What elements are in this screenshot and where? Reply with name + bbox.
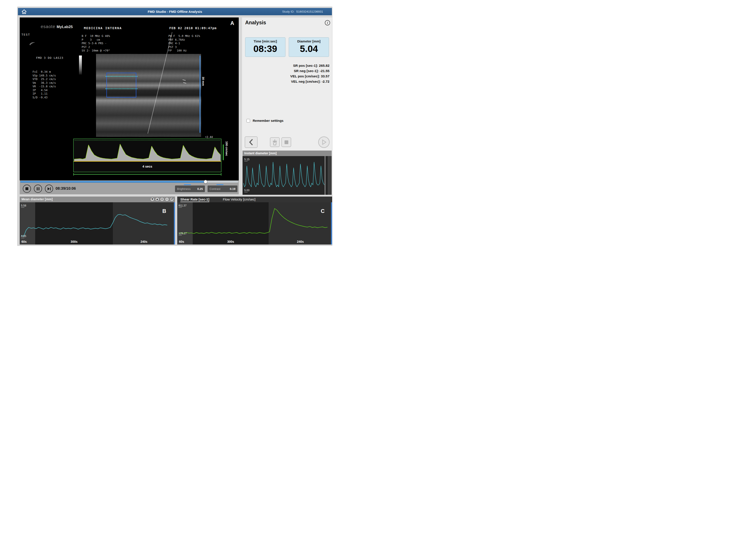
shear-rate-chart: 611.37 129.27 60s 300s 240s C	[177, 202, 332, 244]
pan-down-button[interactable]: ▼	[150, 197, 154, 202]
instant-ymax-label: 5.15	[244, 158, 249, 161]
seek-bar[interactable]	[20, 181, 238, 183]
phase-label-240s: 240s	[297, 240, 304, 243]
pw-parameters: PW F 5.0 MHz G 61% PRF 6.7kHz PRC 4-1 PS…	[169, 34, 200, 53]
play-triangle-icon	[321, 139, 327, 145]
pan-up-button[interactable]: ▲	[155, 197, 159, 202]
contrast-label: Contrast	[209, 187, 220, 190]
mean-diameter-chart: 5.58 4.85 60s 300s 240s B	[20, 202, 175, 244]
figure-marker-b: B	[162, 208, 166, 214]
diameter-readout-label: Diameter [mm]	[289, 39, 329, 43]
phase-label-240s: 240s	[140, 240, 147, 243]
tab-shear-rate[interactable]: Shear Rate [sec-1]	[180, 197, 209, 202]
zoom-in-button[interactable]: +	[160, 197, 164, 202]
playback-time: 08:39/10:06	[56, 186, 76, 191]
study-id-value: S160324151236931	[296, 10, 323, 13]
velocity-scale-bar	[223, 144, 224, 160]
doppler-baseline	[74, 161, 221, 162]
step-forward-button[interactable]	[45, 185, 53, 193]
shear-ymin-label: 129.27	[179, 232, 187, 235]
continue-analysis-button[interactable]	[318, 137, 330, 148]
shear-rate-plot	[179, 205, 328, 238]
stop-analysis-button[interactable]	[281, 137, 291, 147]
brightness-label: Brightness	[177, 187, 191, 190]
vel-neg-stat: VEL neg [cm/sec]: -2.72	[290, 79, 329, 84]
analysis-panel: Analysis i Time [min:sec] 08:39 Diameter…	[242, 17, 332, 195]
instant-ymin-label: 5.00	[244, 189, 249, 192]
mean-ymin-label: 4.85	[21, 235, 26, 238]
posterior-wall-trace	[106, 88, 137, 89]
ultrasound-image: esaoteMyLab25 MEDICINA INTERNA FEB 02 20…	[20, 17, 239, 180]
patient-label: TEST	[21, 33, 30, 36]
info-icon[interactable]: i	[325, 20, 330, 25]
vel-pos-stat: VEL pos [cm/sec]: 33.57	[290, 74, 329, 79]
phase-label-300s: 300s	[227, 240, 234, 243]
mean-diameter-title: Mean diameter [mm]	[21, 197, 53, 201]
chevron-left-icon	[249, 139, 254, 146]
remember-settings-checkbox[interactable]	[247, 119, 250, 123]
doppler-peak-value: +2.44	[205, 136, 213, 139]
probe-label: FMD 3 DO LAS23	[36, 56, 64, 60]
study-id: Study ID: S160324151236931	[282, 8, 323, 15]
home-button[interactable]	[21, 9, 27, 14]
app-window: FMD Studio - FMD Offline Analysis Study …	[17, 7, 332, 246]
zoom-out-button[interactable]: −	[165, 197, 169, 202]
analysis-heading: Analysis	[245, 20, 266, 26]
doppler-spectrum-plot	[74, 140, 221, 161]
analysis-stats: SR pos [sec-1]: 265.82 SR neg [sec-1]: -…	[290, 63, 329, 84]
shear-rate-panel: Shear Rate [sec-1] Flow Velocity [cm/sec…	[177, 196, 332, 244]
seek-progress	[20, 181, 206, 183]
discard-analysis-button[interactable]	[270, 137, 280, 147]
remember-settings-row: Remember settings	[247, 119, 283, 123]
pause-button[interactable]	[34, 185, 42, 193]
exam-datetime: FEB 02 2010 01:09:47pm	[169, 26, 217, 30]
instant-diameter-chart: 5.15 5.00	[243, 156, 332, 195]
video-panel: esaoteMyLab25 MEDICINA INTERNA FEB 02 20…	[20, 17, 239, 194]
device-model: MyLab25	[57, 25, 73, 29]
vendor-logo: esaoteMyLab25	[41, 24, 73, 29]
scroll-indicator	[174, 202, 175, 244]
remember-settings-label: Remember settings	[253, 119, 283, 123]
tab-flow-velocity[interactable]: Flow Velocity [cm/sec]	[223, 197, 256, 201]
shear-rate-header: Shear Rate [sec-1] Flow Velocity [cm/sec…	[177, 196, 332, 202]
step-play-icon	[47, 187, 51, 190]
brightness-slider[interactable]	[184, 184, 191, 185]
trash-download-icon	[272, 139, 278, 146]
doppler-time-axis	[73, 174, 221, 175]
time-readout-label: Time [min:sec]	[245, 39, 285, 43]
sr-pos-stat: SR pos [sec-1]: 265.82	[290, 63, 329, 68]
doppler-measurements: FvI 0.34 m VSp 149.5 cm/s VTD 25.2 cm/s …	[32, 70, 56, 99]
chart-cursor-line	[325, 156, 325, 195]
mean-diameter-header: Mean diameter [mm] ▼ ▲ + − ↺	[20, 196, 175, 202]
seek-handle[interactable]	[204, 180, 207, 183]
contrast-value: 0.19	[230, 187, 235, 190]
scroll-indicator	[331, 202, 332, 244]
time-readout: Time [min:sec] 08:39	[245, 37, 285, 57]
shear-ymax-label: 611.37	[179, 204, 187, 208]
brightness-value: 0.25	[197, 187, 203, 190]
contrast-slider[interactable]	[216, 184, 223, 185]
velocity-scale-label: 100 cm/sec	[225, 141, 228, 156]
instant-diameter-plot	[244, 158, 324, 192]
mean-diameter-plot	[21, 205, 167, 238]
brightness-control[interactable]: Brightness 0.25	[175, 185, 205, 192]
back-button[interactable]	[245, 137, 258, 148]
esaote-mark-icon	[29, 42, 36, 47]
clinic-name: MEDICINA INTERNA	[84, 26, 122, 30]
vendor-name: esaote	[41, 24, 55, 29]
stop-square-icon	[284, 140, 288, 144]
chart-toolbar: ▼ ▲ + − ↺	[150, 197, 174, 202]
instant-diameter-title: Instant diameter [mm]	[243, 151, 332, 156]
stop-button[interactable]	[23, 185, 31, 193]
contrast-control[interactable]: Contrast 0.19	[208, 185, 238, 192]
figure-marker-c: C	[321, 208, 325, 214]
mean-diameter-panel: Mean diameter [mm] ▼ ▲ + − ↺ 5.58 4.85 6…	[20, 196, 175, 244]
grayscale-bar	[79, 56, 82, 75]
instant-diameter-panel: Instant diameter [mm] 5.15 5.00	[243, 151, 332, 195]
sr-neg-stat: SR neg [sec-1]: -21.55	[290, 68, 329, 74]
reset-view-button[interactable]: ↺	[170, 197, 174, 202]
depth-scale-bar	[200, 56, 200, 133]
bmode-parameters: B F 10 MHz G 46% P 3 cm PRC 5-3-A PRS - …	[82, 34, 110, 53]
phase-label-60s: 60s	[21, 240, 26, 243]
study-id-label: Study ID:	[282, 10, 294, 13]
